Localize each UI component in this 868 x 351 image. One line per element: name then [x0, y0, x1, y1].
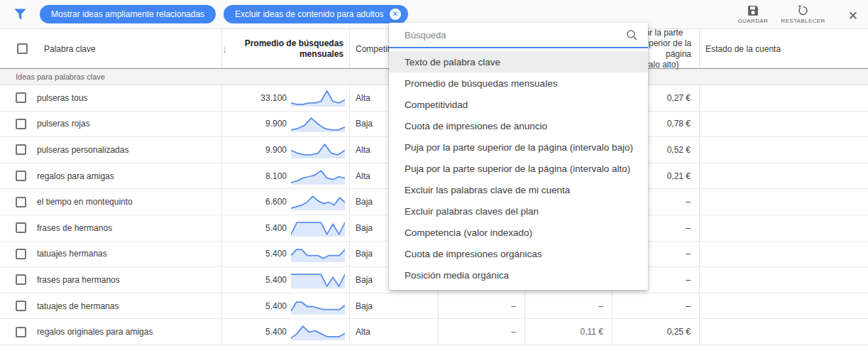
header-avg-label: Promedio de búsquedas mensuales [238, 38, 344, 60]
account-status-cell [700, 242, 868, 267]
select-all-checkbox[interactable] [17, 43, 28, 54]
avg-searches-cell: 5.400 [222, 267, 350, 293]
avg-searches-cell: 5.400 [222, 242, 350, 267]
trend-sparkline [291, 114, 345, 133]
row-checkbox[interactable] [16, 119, 26, 129]
avg-searches-value: 6.600 [265, 197, 287, 207]
avg-searches-cell: 5.400 [222, 293, 350, 319]
chip-exclude-adult[interactable]: Excluir ideas de contenido para adultos … [224, 5, 407, 23]
header-keyword-label: Palabra clave [44, 44, 96, 54]
keyword-cell: frases de hermanos [0, 215, 222, 241]
trend-sparkline [291, 167, 345, 185]
close-panel-icon[interactable]: ✕ [838, 9, 868, 23]
search-input[interactable] [405, 30, 626, 40]
dropdown-item[interactable]: Excluir las palabras clave de mi cuenta [389, 179, 648, 200]
dropdown-item[interactable]: Excluir palabras claves del plan [389, 200, 648, 222]
keyword-label: pulseras personalizadas [37, 145, 128, 155]
dropdown-item[interactable]: Puja por la parte superior de la página … [389, 158, 648, 179]
keyword-cell: pulseras tous [0, 85, 222, 111]
trend-sparkline [291, 297, 345, 315]
row-checkbox[interactable] [16, 144, 26, 155]
dropdown-item[interactable]: Texto de palabra clave [389, 51, 648, 72]
dropdown-item[interactable]: Competitividad [389, 94, 648, 115]
keyword-cell: tatuajes de hermanas [0, 293, 222, 319]
dropdown-item[interactable]: Cuota de impresiones de anuncio [389, 115, 648, 136]
keyword-label: frases de hermanos [37, 223, 112, 233]
top-bid-high-cell: 0,25 € [612, 319, 700, 345]
dropdown-item[interactable]: Puja por la parte superior de la página … [389, 136, 648, 158]
avg-searches-cell: 33.100 [222, 85, 350, 111]
keyword-label: el tiempo en montequinto [37, 197, 133, 207]
table-row[interactable]: regalos originales para amigas5.400Alta–… [0, 319, 868, 345]
avg-searches-cell: 8.100 [222, 163, 350, 189]
avg-searches-value: 9.900 [265, 145, 287, 155]
trend-sparkline [291, 219, 345, 237]
toolbar-actions: GUARDAR RESTABLECER ✕ [737, 5, 868, 24]
row-checkbox[interactable] [16, 274, 26, 285]
chip-remove-icon[interactable]: ✕ [390, 9, 401, 20]
top-bid-high-cell: – [612, 293, 700, 319]
row-checkbox[interactable] [16, 249, 26, 259]
account-status-cell [700, 267, 868, 293]
keyword-cell: tatuajes hermanas [0, 242, 222, 267]
keyword-label: tatuajes hermanas [37, 249, 107, 259]
dropdown-list: Texto de palabra clavePromedio de búsque… [389, 48, 648, 286]
dropdown-item[interactable]: Cuota de impresiones orgánicas [389, 243, 648, 264]
keyword-cell: frases para hermanos [0, 267, 222, 293]
dropdown-item[interactable]: Promedio de búsquedas mensuales [389, 72, 648, 94]
save-button[interactable]: GUARDAR [737, 5, 768, 24]
dropdown-item[interactable]: Competencia (valor indexado) [389, 222, 648, 243]
header-status-label: Estado de la cuenta [705, 44, 781, 54]
keyword-label: regalos para amigas [37, 171, 114, 181]
account-status-cell [700, 189, 868, 215]
section-label: Ideas para palabras clave [16, 72, 105, 81]
row-checkbox[interactable] [16, 301, 26, 311]
competition-cell: Alta [350, 319, 439, 345]
header-avg-searches[interactable]: ↓ Promedio de búsquedas mensuales [222, 29, 350, 68]
trend-sparkline [291, 323, 345, 341]
ad-impression-share-cell: – [439, 319, 525, 345]
trend-sparkline [291, 271, 345, 289]
avg-searches-value: 33.100 [260, 93, 287, 103]
header-keyword: Palabra clave [0, 29, 222, 68]
keyword-cell: regalos originales para amigas [0, 319, 222, 345]
row-checkbox[interactable] [16, 222, 26, 233]
chip-broadly-related[interactable]: Mostrar ideas ampliamente relacionadas [40, 5, 216, 23]
dropdown-item[interactable]: Posición media orgánica [389, 264, 648, 286]
top-bid-low-cell: – [525, 293, 612, 319]
row-checkbox[interactable] [16, 92, 26, 103]
table-row[interactable]: tatuajes de hermanas5.400Baja––– [0, 293, 868, 320]
reset-label: RESTABLECER [781, 18, 825, 24]
avg-searches-value: 5.400 [265, 223, 287, 233]
save-icon [747, 5, 759, 16]
keyword-cell: el tiempo en montequinto [0, 189, 222, 215]
reset-icon [797, 5, 809, 16]
account-status-cell [700, 112, 868, 137]
top-bid-low-cell: 0,11 € [525, 319, 612, 345]
account-status-cell [700, 293, 868, 319]
account-status-cell [700, 163, 868, 189]
row-checkbox[interactable] [16, 197, 26, 207]
avg-searches-value: 5.400 [265, 249, 287, 259]
avg-searches-cell: 5.400 [222, 215, 350, 241]
account-status-cell [700, 85, 868, 111]
save-label: GUARDAR [737, 18, 768, 24]
header-account-status: Estado de la cuenta [700, 29, 868, 68]
reset-button[interactable]: RESTABLECER [781, 5, 825, 24]
row-checkbox[interactable] [16, 171, 26, 181]
competition-cell: Baja [350, 293, 439, 319]
avg-searches-value: 8.100 [265, 171, 287, 181]
keyword-label: frases para hermanos [37, 275, 120, 285]
sort-descending-icon: ↓ [222, 43, 228, 55]
trend-sparkline [291, 244, 345, 263]
account-status-cell [700, 137, 868, 163]
account-status-cell [700, 215, 868, 241]
account-status-cell [700, 319, 868, 345]
chip-broadly-related-label: Mostrar ideas ampliamente relacionadas [51, 9, 204, 19]
avg-searches-value: 5.400 [265, 327, 287, 337]
keyword-label: pulseras rojas [37, 119, 90, 129]
row-checkbox[interactable] [16, 327, 26, 338]
filter-icon[interactable] [0, 8, 40, 21]
keyword-label: regalos originales para amigas [37, 327, 153, 337]
keyword-cell: pulseras personalizadas [0, 137, 222, 163]
